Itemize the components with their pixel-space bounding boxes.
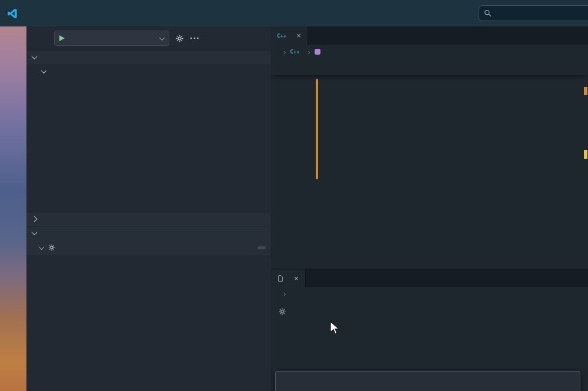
git-modified-gutter-bar xyxy=(316,79,318,179)
paused-status-badge xyxy=(258,246,266,249)
close-tab-icon[interactable]: × xyxy=(296,31,301,40)
breadcrumb: › C++ › xyxy=(270,45,588,59)
code-area[interactable] xyxy=(270,75,588,269)
start-debug-icon[interactable] xyxy=(59,35,65,41)
chevron-down-icon xyxy=(159,35,165,41)
data-inspector-popup xyxy=(275,371,580,391)
call-stack-section-header[interactable] xyxy=(26,226,270,240)
run-and-debug-sidebar: ··· xyxy=(26,26,271,391)
hex-view[interactable] xyxy=(270,300,588,391)
command-center-search[interactable] xyxy=(479,5,588,21)
breadcrumb-separator: › xyxy=(308,48,310,56)
debug-session-row[interactable] xyxy=(26,240,270,255)
chevron-down-icon xyxy=(39,244,45,250)
chevron-down-icon xyxy=(32,229,38,235)
launch-config-dropdown[interactable] xyxy=(54,31,169,46)
activity-bar xyxy=(0,26,26,391)
overview-ruler-git-marker xyxy=(584,87,587,95)
close-tab-icon[interactable]: × xyxy=(294,274,299,283)
sidebar-header: ··· xyxy=(26,26,270,50)
cpp-file-icon: C++ xyxy=(290,49,299,55)
vscode-window: { "colors": {"badge":"#d3763a","modified… xyxy=(0,0,588,391)
editor-group: C++ × › C++ › xyxy=(270,26,588,269)
vscode-logo-icon xyxy=(7,8,18,19)
variables-section-header[interactable] xyxy=(26,50,270,64)
tab-memory-bin[interactable]: × xyxy=(270,269,306,287)
mouse-cursor xyxy=(329,321,342,335)
sticky-scroll-line[interactable] xyxy=(270,59,588,75)
overview-ruler-current-line-marker xyxy=(584,150,587,159)
more-actions-icon[interactable]: ··· xyxy=(190,34,200,43)
hex-row-0 xyxy=(270,319,588,333)
scope-locals-row[interactable] xyxy=(26,64,270,79)
breadcrumb-separator: › xyxy=(283,289,286,298)
breadcrumb-separator: › xyxy=(283,48,286,56)
hex-editor-panel: × › xyxy=(270,269,588,391)
panel-breadcrumb: › xyxy=(270,287,588,300)
chevron-right-icon xyxy=(32,216,38,222)
binary-file-icon xyxy=(277,275,284,282)
titlebar xyxy=(0,0,588,26)
hex-row-1 xyxy=(270,333,588,347)
editor-tabbar: C++ × xyxy=(270,26,588,45)
watch-section-header[interactable] xyxy=(26,212,270,226)
chevron-down-icon xyxy=(32,54,38,59)
search-icon xyxy=(484,9,492,17)
tab-mandelbrot-cc[interactable]: C++ × xyxy=(270,26,308,45)
call-stack-frames xyxy=(26,255,270,391)
cpp-file-icon: C++ xyxy=(277,33,286,39)
hex-header xyxy=(270,306,588,319)
debug-session-icon xyxy=(48,243,56,252)
method-symbol-icon xyxy=(315,49,320,55)
chevron-down-icon xyxy=(41,68,47,73)
panel-tabbar: × xyxy=(270,269,588,287)
debug-settings-gear-icon[interactable] xyxy=(175,34,184,43)
